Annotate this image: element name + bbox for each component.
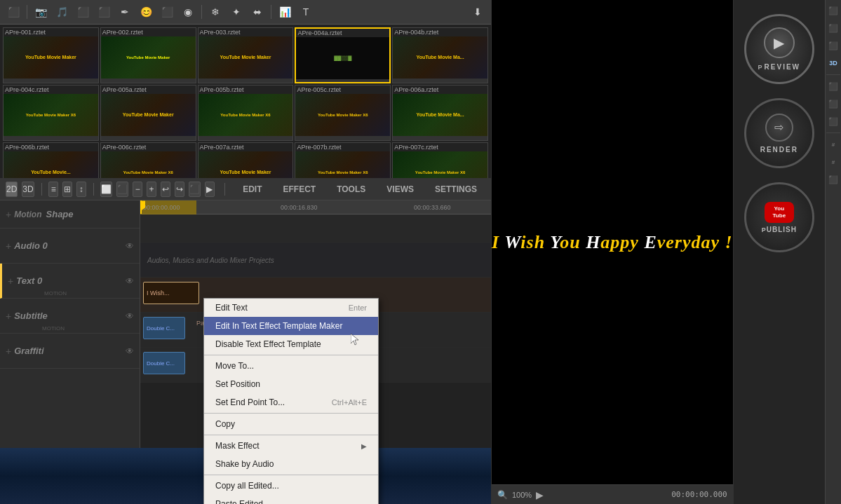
- download-icon[interactable]: ⬇: [469, 3, 487, 21]
- side-icon-3[interactable]: ⬛: [826, 38, 841, 53]
- add-subtitle[interactable]: +: [6, 311, 11, 322]
- media-item[interactable]: APre-007a.rztet YouTube Movie Maker: [198, 142, 294, 178]
- add-text0[interactable]: +: [8, 275, 13, 287]
- media-grid: APre-001.rztet YouTube Movie Maker APre-…: [0, 25, 491, 178]
- tab-tools[interactable]: TOOLS: [328, 183, 374, 196]
- text-icon[interactable]: T: [297, 3, 315, 21]
- fit-icon[interactable]: ⬜: [100, 182, 112, 197]
- preview-controls: 🔍 100% ▶ 00:00:00.000: [492, 484, 733, 504]
- play-icon[interactable]: ▶: [205, 182, 215, 197]
- playhead[interactable]: [140, 200, 142, 214]
- circle-icon[interactable]: ◉: [179, 3, 197, 21]
- stop-icon[interactable]: ⬛: [189, 182, 201, 197]
- ctx-edit-template[interactable]: Edit In Text Effect Template Maker: [204, 317, 378, 335]
- plus-icon[interactable]: +: [147, 182, 156, 197]
- ctx-set-position[interactable]: Set Position: [204, 375, 378, 393]
- side-icon-8[interactable]: ⬛: [826, 172, 841, 187]
- add-audio0[interactable]: +: [6, 240, 11, 252]
- undo-icon[interactable]: ↩: [161, 182, 170, 197]
- media-item[interactable]: APre-004c.rztet YouTube Movie Maker X6: [3, 85, 99, 141]
- media-item[interactable]: APre-006a.rztet YouTube Movie Ma...: [392, 85, 488, 141]
- zoom-icon: 🔍: [497, 490, 508, 500]
- chart-icon[interactable]: 📊: [276, 3, 294, 21]
- freeze-icon[interactable]: ❄: [206, 3, 224, 21]
- media-item[interactable]: APre-005c.rztet YouTube Movie Maker X6: [295, 85, 391, 141]
- star-icon[interactable]: ✦: [227, 3, 245, 21]
- preview-button[interactable]: ▶ PREVIEW: [744, 14, 814, 84]
- redo-icon[interactable]: ↪: [175, 182, 184, 197]
- side-icon-2[interactable]: ⬛: [826, 20, 841, 36]
- timeline-toolbar: 2D 3D ≡ ⊞ ↕ ⬜ ⬛ − + ↩ ↪ ⬛ ▶ EDIT EFFECT …: [0, 178, 491, 200]
- ruler-time-2: 00:00:33.660: [414, 204, 451, 211]
- icon-red[interactable]: ⬛: [4, 3, 22, 21]
- preview-btn-circle: ▶: [764, 27, 795, 58]
- tab-views[interactable]: VIEWS: [378, 183, 422, 196]
- track-row-motion-shape: [140, 214, 491, 243]
- render-button[interactable]: ⇨ RENDER: [744, 98, 814, 168]
- fit2-icon[interactable]: ⬛: [116, 182, 128, 197]
- stretch-icon[interactable]: ⬌: [248, 3, 267, 21]
- text-clip[interactable]: I Wish...: [143, 282, 199, 304]
- media-item[interactable]: APre-001.rztet YouTube Movie Maker: [3, 27, 99, 83]
- youtube-logo: YouTube PUBLISH: [762, 202, 797, 233]
- audio-label: Audios, Musics and Audio Mixer Projects: [147, 256, 274, 264]
- ctx-mask-effect[interactable]: Mask Effect ▶: [204, 437, 378, 455]
- ruler-time-1: 00:00:16.830: [281, 204, 318, 211]
- ctx-copy[interactable]: Copy: [204, 415, 378, 433]
- grid-icon[interactable]: ⊞: [62, 182, 72, 197]
- media-item[interactable]: APre-007b.rztet YouTube Movie Maker X6: [295, 142, 391, 178]
- minus-icon[interactable]: −: [133, 182, 142, 197]
- shape-icon[interactable]: ⬛: [158, 3, 176, 21]
- media-item-selected[interactable]: APre-004a.rztet ▓▓▒▒▓: [295, 27, 391, 83]
- side-icon-5[interactable]: ⬛: [826, 79, 841, 94]
- render-btn-circle: ⇨: [765, 114, 793, 142]
- side-icon-1[interactable]: ⬛: [826, 3, 841, 18]
- subtitle-clip-1[interactable]: Double C...: [143, 317, 185, 339]
- ruler-time-0: 00:00:00.000: [143, 204, 180, 211]
- graffiti-eye[interactable]: 👁: [126, 346, 134, 356]
- media-item[interactable]: APre-002.rztet YouTube Movie Maker: [100, 27, 196, 83]
- media-item[interactable]: APre-006c.rztet YouTube Movie Maker X6: [100, 142, 196, 178]
- list-icon[interactable]: ≡: [48, 182, 58, 197]
- capture-icon[interactable]: 📷: [32, 3, 50, 21]
- ctx-shake-audio[interactable]: Shake by Audio: [204, 455, 378, 473]
- tab-edit[interactable]: EDIT: [234, 183, 270, 196]
- ctx-set-end-point[interactable]: Set End Point To... Ctrl+Alt+E: [204, 393, 378, 411]
- publish-button[interactable]: YouTube PUBLISH: [744, 182, 814, 252]
- media-item[interactable]: APre-004b.rztet YouTube Movie Ma...: [392, 27, 488, 83]
- add-graffiti[interactable]: +: [6, 346, 11, 357]
- media-item[interactable]: APre-006b.rztet YouTube Movie...: [3, 142, 99, 178]
- side-icon-grid2[interactable]: #: [826, 154, 841, 170]
- audio0-eye[interactable]: 👁: [126, 241, 134, 251]
- publish-label: PUBLISH: [762, 226, 797, 233]
- side-icon-6[interactable]: ⬛: [826, 96, 841, 111]
- mode-2d-button[interactable]: 2D: [6, 182, 18, 197]
- tab-settings[interactable]: SETTINGS: [426, 183, 485, 196]
- side-icon-3d[interactable]: 3D: [826, 55, 841, 71]
- side-icon-grid1[interactable]: #: [826, 137, 841, 152]
- audio-icon[interactable]: 🎵: [53, 3, 71, 21]
- media-item[interactable]: APre-005b.rztet YouTube Movie Maker X6: [198, 85, 294, 141]
- subtitle-eye[interactable]: 👁: [126, 311, 134, 321]
- text0-eye[interactable]: 👁: [126, 276, 134, 286]
- sort-icon[interactable]: ↕: [76, 182, 86, 197]
- side-icon-7[interactable]: ⬛: [826, 114, 841, 129]
- zoom-level: 100%: [512, 491, 532, 499]
- tab-effect[interactable]: EFFECT: [275, 183, 325, 196]
- trim-icon[interactable]: ⬛: [95, 3, 113, 21]
- graffiti-clip[interactable]: Double C...: [143, 352, 185, 374]
- ctx-disable-template[interactable]: Disable Text Effect Template: [204, 335, 378, 353]
- media-item[interactable]: APre-005a.rztet YouTube Movie Maker: [100, 85, 196, 141]
- ctx-copy-all[interactable]: Copy all Edited...: [204, 477, 378, 495]
- ctx-paste-edited[interactable]: Paste Edited...: [204, 495, 378, 504]
- media-item[interactable]: APre-007c.rztet YouTube Movie Maker X6: [392, 142, 488, 178]
- text-draw-icon[interactable]: ✒: [116, 3, 134, 21]
- media-item[interactable]: APre-003.rztet YouTube Movie Maker: [198, 27, 294, 83]
- emoji-icon[interactable]: 😊: [137, 3, 155, 21]
- add-motion-shape[interactable]: +: [6, 209, 11, 220]
- ctx-move-to[interactable]: Move To...: [204, 357, 378, 375]
- mode-3d-button[interactable]: 3D: [22, 182, 34, 197]
- play-button[interactable]: ▶: [536, 489, 544, 500]
- split-icon[interactable]: ⬛: [74, 3, 92, 21]
- ctx-edit-text[interactable]: Edit Text Enter: [204, 299, 378, 317]
